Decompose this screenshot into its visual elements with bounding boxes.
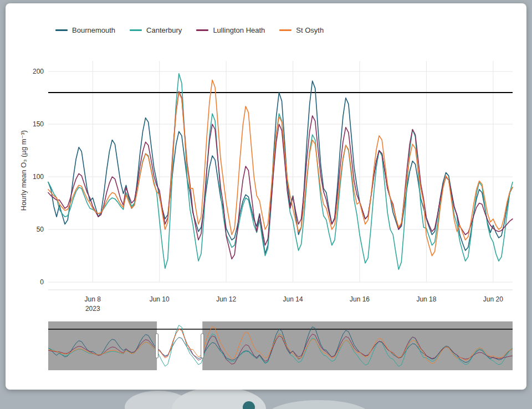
- timeseries-chart: 050100150200Jun 82023Jun 10Jun 12Jun 14J…: [0, 0, 532, 409]
- svg-text:100: 100: [33, 173, 44, 181]
- range-selector-mask: [48, 321, 513, 370]
- svg-text:Jun 20: Jun 20: [483, 295, 503, 303]
- range-selector[interactable]: [48, 321, 513, 370]
- page-background: { "page": { "background_color": "#a9b2b8…: [0, 0, 532, 409]
- plot-area[interactable]: [48, 61, 513, 282]
- range-handle-right[interactable]: [201, 334, 204, 358]
- svg-text:Jun 12: Jun 12: [216, 295, 236, 303]
- legend-swatch-lullington-heath: [196, 29, 208, 31]
- legend-label: Bournemouth: [72, 26, 115, 34]
- legend-item-bournemouth[interactable]: Bournemouth: [55, 26, 115, 34]
- legend-label: Canterbury: [146, 26, 182, 34]
- svg-text:0: 0: [40, 278, 44, 286]
- legend-item-canterbury[interactable]: Canterbury: [130, 26, 182, 34]
- svg-text:Jun 18: Jun 18: [416, 295, 436, 303]
- legend-label: Lullington Heath: [213, 26, 265, 34]
- range-handle-left[interactable]: [156, 334, 158, 358]
- svg-text:50: 50: [37, 226, 44, 233]
- legend-item-lullington-heath[interactable]: Lullington Heath: [196, 26, 265, 34]
- legend-item-st-osyth[interactable]: St Osyth: [279, 26, 324, 34]
- legend-label: St Osyth: [296, 26, 324, 34]
- svg-text:200: 200: [33, 68, 44, 75]
- legend-swatch-bournemouth: [55, 29, 68, 31]
- svg-text:Jun 8: Jun 8: [85, 295, 101, 303]
- legend-swatch-canterbury: [130, 29, 142, 31]
- y-axis-label: Hourly mean O₃ (µg m⁻³): [19, 88, 28, 254]
- svg-text:Jun 16: Jun 16: [350, 295, 370, 303]
- legend-swatch-st-osyth: [279, 29, 291, 31]
- svg-text:150: 150: [33, 120, 44, 128]
- svg-text:2023: 2023: [85, 305, 100, 313]
- svg-text:Jun 10: Jun 10: [150, 295, 170, 303]
- chart-legend: Bournemouth Canterbury Lullington Heath …: [55, 26, 324, 34]
- range-selector-window[interactable]: [157, 321, 202, 370]
- svg-text:Jun 14: Jun 14: [283, 295, 303, 303]
